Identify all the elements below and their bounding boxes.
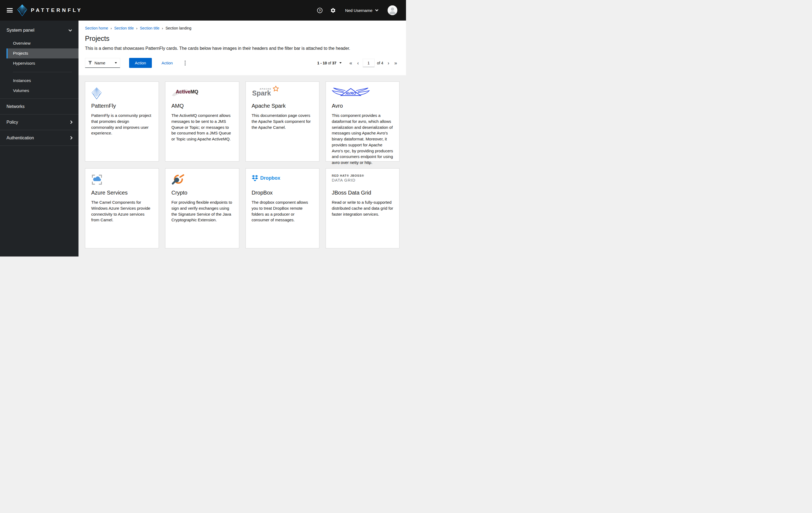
sidebar-item-overview[interactable]: Overview [6,38,79,49]
page-header: Section home › Section title › Section t… [79,21,406,75]
last-page-button[interactable]: » [392,60,400,65]
card-grid: PatternFly PatternFly is a community pro… [79,75,406,255]
card-amq: ActiveMQ AMQ The ActiveMQ component allo… [165,82,239,161]
kebab-icon [184,61,186,62]
next-page-button[interactable]: › [385,60,392,65]
card-title: DropBox [252,190,313,196]
card-title: Apache Spark [252,103,313,109]
brand-text: PATTERNFLY [31,7,83,13]
breadcrumb-current: Section landing [165,26,191,30]
crypto-logo [171,174,184,185]
card-description: The Camel Components for Windows Azure S… [91,200,153,223]
nav-toggle-button[interactable] [7,6,13,14]
sidebar-item-label: Policy [6,120,18,125]
pagination-menu-toggle[interactable]: 1 - 10 of 37 [317,61,342,65]
card-title: JBoss Data Grid [332,190,393,196]
filter-select[interactable]: Name [85,58,120,68]
sidebar-item-instances[interactable]: Instances [6,76,79,86]
breadcrumb-separator-icon: › [111,26,112,30]
sidebar-item-label: Instances [6,76,79,86]
card-apache-spark: APACHE Spark Apache Spark This documenta… [245,82,319,161]
user-menu-toggle[interactable]: Ned Username [344,8,380,13]
help-icon: ? [317,7,323,13]
settings-button[interactable] [330,7,336,13]
sidebar-item-projects[interactable]: Projects [6,49,79,58]
azure-logo [91,174,103,185]
breadcrumb: Section home › Section title › Section t… [85,26,400,30]
sidebar-section-label: System panel [6,28,34,33]
sidebar-divider [0,146,79,146]
card-title: Crypto [171,190,233,196]
card-patternfly: PatternFly PatternFly is a community pro… [85,82,159,161]
brand-link[interactable]: PATTERNFLY [17,4,83,17]
card-description: The dropbox component allows you to trea… [252,200,313,223]
page-description: This is a demo that showcases PatternFly… [85,46,400,51]
sidebar-item-label: Overview [6,38,79,49]
sidebar-item-label: Hypervisors [6,58,79,68]
caret-down-icon [340,62,342,64]
sidebar-item-label: Authentication [6,135,34,141]
card-title: Avro [332,103,393,109]
apache-spark-logo: APACHE Spark [252,87,278,99]
angle-right-icon: › [387,60,389,66]
primary-action-button[interactable]: Action [129,58,152,68]
sidebar-item-policy[interactable]: Policy [0,115,79,130]
toolbar: Name Action Action 1 - 10 of 37 « ‹ of 4… [85,58,400,75]
previous-page-button[interactable]: ‹ [354,60,361,65]
breadcrumb-link[interactable]: Section title [114,26,134,30]
star-icon [273,86,279,92]
page-title: Projects [85,35,400,42]
user-avatar-icon [387,5,397,15]
card-description: For providing flexible endpoints to sign… [171,200,233,223]
jboss-data-grid-logo: RED HAT® JBOSS® DATA GRID [332,174,364,182]
card-description: This documentation page covers the Apach… [252,113,313,130]
chevron-down-icon [375,9,378,11]
card-title: Azure Services [91,190,153,196]
card-description: The ActiveMQ component allows messages t… [171,113,233,142]
kebab-menu-button[interactable] [183,59,187,67]
sidebar-item-volumes[interactable]: Volumes [6,86,79,96]
secondary-action-link[interactable]: Action [162,61,173,65]
card-azure-services: Azure Services The Camel Components for … [85,168,159,248]
sidebar-item-label: Projects [7,49,79,58]
sidebar-item-label: Networks [6,104,25,109]
hamburger-icon [7,8,13,9]
help-button[interactable]: ? [317,7,323,13]
username: Ned Username [345,8,372,13]
breadcrumb-link[interactable]: Section title [140,26,160,30]
angle-double-left-icon: « [349,60,352,66]
sidebar-section-system-panel[interactable]: System panel [0,21,79,37]
first-page-button[interactable]: « [347,60,355,65]
activemq-logo: ActiveMQ [171,87,218,98]
caret-down-icon [115,62,117,64]
main-content: Section home › Section title › Section t… [79,21,406,256]
breadcrumb-separator-icon: › [136,26,137,30]
pagination: 1 - 10 of 37 « ‹ of 4 › » [317,59,400,67]
page-number-input[interactable] [363,59,375,67]
filter-icon [88,61,92,65]
card-crypto: Crypto For providing flexible endpoints … [165,168,239,248]
sidebar-item-authentication[interactable]: Authentication [0,130,79,146]
card-avro: AVRO Avro This component provides a data… [326,82,400,161]
card-description: Read or write to a fully-supported distr… [332,200,393,217]
pagination-range: 1 - 10 of 37 [317,61,337,65]
cloud-icon [93,176,101,181]
sidebar-item-hypervisors[interactable]: Hypervisors [6,58,79,68]
filter-selected-value: Name [94,61,105,65]
sidebar-item-label: Volumes [6,86,79,96]
masthead: PATTERNFLY ? Ned Username [0,0,406,21]
card-dropbox: Dropbox DropBox The dropbox component al… [245,168,319,248]
dropbox-logo: Dropbox [252,175,281,181]
svg-text:AVRO: AVRO [345,91,356,95]
avatar[interactable] [387,5,397,15]
angle-left-icon: ‹ [357,60,359,66]
dropbox-box-icon [252,175,258,181]
card-description: This component provides a dataformat for… [332,113,393,165]
breadcrumb-link[interactable]: Section home [85,26,108,30]
angle-double-right-icon: » [394,60,397,66]
sidebar-item-networks[interactable]: Networks [0,99,79,114]
sidebar: System panel Overview Projects Hyperviso… [0,21,79,256]
chevron-down-icon [68,29,72,32]
avro-logo: AVRO [332,87,370,97]
breadcrumb-separator-icon: › [162,26,163,30]
